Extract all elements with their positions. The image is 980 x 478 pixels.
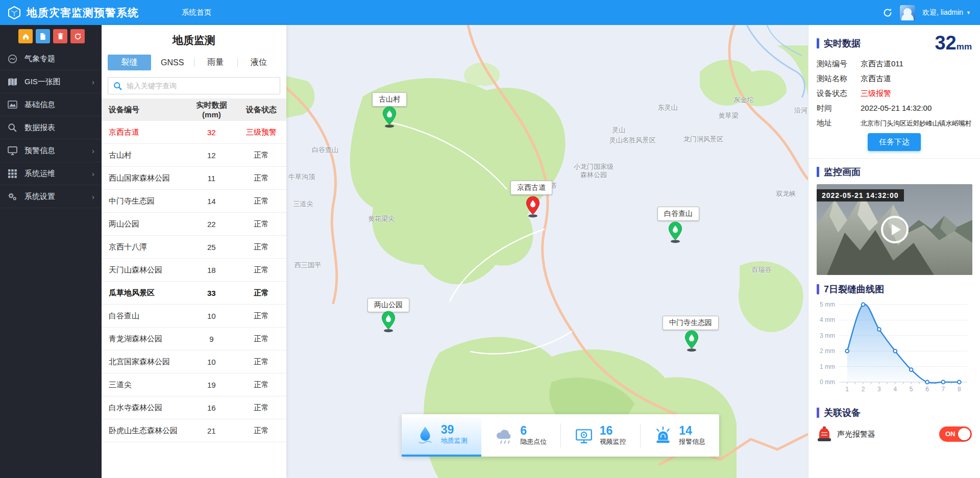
video-timestamp: 2022-05-21 14:32:00 [817,189,904,202]
video-monitor-icon [574,426,594,445]
delete-button[interactable] [53,29,67,43]
toggle-state-label: ON [945,430,955,438]
stat-video-monitor[interactable]: 16 视频监控 [560,414,640,457]
marker-label-gushancun[interactable]: 古山村 [372,92,407,107]
task-dispatch-button[interactable]: 任务下达 [868,133,921,151]
sidebar-item-system-settings[interactable]: 系统设置 › [0,185,102,208]
sidebar-item-label: GIS一张图 [24,77,61,87]
map-pin-green[interactable] [667,221,683,243]
realtime-number: 32 [935,32,956,54]
top-header: 地质灾害监测预警系统 系统首页 欢迎, liadmin ▼ [0,0,980,25]
table-row[interactable]: 白谷查山10正常 [102,305,286,328]
sidebar-item-label: 系统设置 [24,192,55,202]
refresh-icon[interactable] [883,8,893,18]
sidebar-item-gis-map[interactable]: GIS一张图 › [0,70,102,93]
field-value: 京西古道 [861,74,891,84]
column-device-id: 设备编号 [102,105,187,115]
svg-text:2 mm: 2 mm [820,347,835,355]
section-accent-bar [817,408,819,418]
svg-text:1: 1 [845,386,849,393]
cube-logo-icon [7,6,21,20]
station-fields: 测站编号京西古道011 测站名称京西古道 设备状态三级报警 时间2022-05-… [817,59,972,128]
app-title: 地质灾害监测预警系统 [27,6,139,20]
marker-label-baiguchashan[interactable]: 白谷查山 [657,207,699,221]
user-avatar[interactable] [900,5,915,20]
play-button[interactable] [880,215,910,244]
tab-crack[interactable]: 裂缝 [108,55,151,70]
table-row[interactable]: 天门山森林公园18正常 [102,259,286,282]
sidebar-item-label: 系统运维 [24,169,55,179]
map-pin-green[interactable] [381,106,398,128]
table-row[interactable]: 白水寺森林公园16正常 [102,396,286,419]
stat-geology-monitor[interactable]: 39 地质监测 [402,414,481,457]
trash-icon [57,33,64,40]
sidebar-item-label: 气象专题 [24,54,55,64]
table-row[interactable]: 古山村12正常 [102,144,286,167]
column-realtime-data: 实时数据(mm) [187,100,237,119]
table-row[interactable]: 西山国家森林公园11正常 [102,167,286,190]
sidebar-item-warning-info[interactable]: 预警信息 › [0,139,102,162]
table-row[interactable]: 北宫国家森林公园10正常 [102,350,286,373]
svg-text:1 mm: 1 mm [820,363,835,370]
siren-device-icon [817,426,832,442]
recycle-button[interactable] [70,29,85,43]
marker-label-jingxigudao[interactable]: 京西古道 [510,181,552,195]
alarm-siren-icon [653,426,673,445]
field-value-alarm: 三级报警 [861,89,891,98]
video-section-header: 监控画面 [817,166,972,178]
stat-hazard-points[interactable]: 6 隐患点位 [481,414,561,457]
table-row[interactable]: 卧虎山生态森林公园21正常 [102,419,286,442]
chart-section-header: 7日裂缝曲线图 [817,283,972,295]
user-menu[interactable]: 欢迎, liadmin ▼ [922,8,971,17]
field-label: 设备状态 [817,89,861,98]
device-power-toggle[interactable]: ON [939,426,972,442]
table-row[interactable]: 青龙湖森林公园9正常 [102,328,286,350]
field-value: 北京市门头沟区近郊妙峰山镇水峪嘴村 [861,119,972,128]
table-row[interactable]: 两山公园22正常 [102,213,286,236]
table-row[interactable]: 京西十八潭25正常 [102,236,286,259]
sidebar-item-label: 预警信息 [24,146,55,156]
detail-panel: 实时数据 32mm 测站编号京西古道011 测站名称京西古道 设备状态三级报警 … [808,25,980,478]
home-button[interactable] [18,29,33,43]
keyword-search [108,77,280,94]
sidebar-item-weather[interactable]: 气象专题 [0,47,102,70]
table-row[interactable]: 三道尖19正常 [102,373,286,396]
sidebar-item-data-report[interactable]: 数据报表 [0,116,102,139]
field-label: 测站名称 [817,74,861,84]
welcome-text: 欢迎, liadmin [922,8,963,17]
search-icon [7,123,17,132]
table-row[interactable]: 中门寺生态园14正常 [102,190,286,213]
sidebar-item-base-info[interactable]: 基础信息 [0,93,102,116]
map-pin-green[interactable] [683,330,700,352]
stat-alarm-info[interactable]: 14 报警信息 [640,414,720,457]
stat-label: 报警信息 [679,437,705,446]
nav-home[interactable]: 系统首页 [182,8,211,17]
document-button[interactable] [36,29,50,43]
sidebar-quick-actions [0,25,102,47]
tab-gnss[interactable]: GNSS [151,56,194,70]
stat-value: 39 [441,423,468,436]
rain-cloud-icon [495,426,514,445]
realtime-section-header: 实时数据 32mm [817,32,972,54]
chevron-right-icon: › [92,169,94,178]
chevron-right-icon: › [92,192,94,201]
surveillance-video[interactable]: 2022-05-21 14:32:00 [817,184,972,275]
table-row[interactable]: 京西古道32三级预警 [102,121,286,144]
map-pin-red[interactable] [525,195,541,218]
marker-label-zhongmensi[interactable]: 中门寺生态园 [663,316,719,330]
svg-text:8: 8 [958,386,961,393]
field-label: 地址 [817,118,861,128]
table-row[interactable]: 瓜草地风景区33正常 [102,282,286,305]
device-name: 声光报警器 [837,430,875,439]
field-value: 2022-05-21 14:32:00 [861,104,932,112]
tab-liquid-level[interactable]: 液位 [237,55,281,70]
sidebar-item-system-ops[interactable]: 系统运维 › [0,162,102,185]
map-canvas[interactable]: 灰金坨 黄草梁 东灵山 灵山 灵山名胜风景区 龙门涧风景区 小龙门国家级森林公园… [286,25,808,478]
stat-label: 视频监控 [600,437,626,446]
map-pin-green[interactable] [380,310,397,333]
search-input[interactable] [127,82,275,90]
device-table-body: 京西古道32三级预警古山村12正常西山国家森林公园11正常中门寺生态园14正常两… [102,121,286,442]
tab-rainfall[interactable]: 雨量 [194,55,237,70]
crack-trend-chart: 0 mm1 mm2 mm3 mm4 mm5 mm12345678 [817,297,972,399]
stat-value: 6 [520,424,547,437]
